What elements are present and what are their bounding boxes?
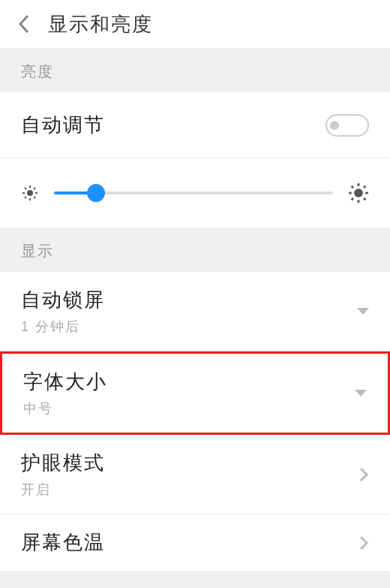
font-size-value: 中号 — [23, 400, 355, 418]
brightness-slider-row — [0, 158, 390, 228]
row-font-size[interactable]: 字体大小 中号 — [2, 354, 388, 433]
svg-line-16 — [352, 198, 353, 200]
row-auto-lock[interactable]: 自动锁屏 1 分钟后 — [0, 272, 390, 351]
section-label-brightness: 亮度 — [0, 48, 390, 92]
header: 显示和亮度 — [0, 0, 390, 48]
row-eye-mode[interactable]: 护眼模式 开启 — [0, 435, 390, 514]
highlight-box: 字体大小 中号 — [0, 351, 390, 435]
chevron-right-icon — [358, 466, 369, 483]
color-temp-title: 屏幕色温 — [21, 529, 358, 556]
auto-lock-value: 1 分钟后 — [21, 318, 357, 336]
row-color-temp[interactable]: 屏幕色温 — [0, 514, 390, 571]
chevron-left-icon — [17, 14, 31, 35]
auto-adjust-label: 自动调节 — [21, 112, 326, 138]
eye-mode-value: 开启 — [21, 481, 358, 499]
section-label-display: 显示 — [0, 228, 390, 272]
eye-mode-title: 护眼模式 — [21, 450, 358, 476]
svg-line-6 — [34, 197, 35, 198]
dropdown-icon — [355, 390, 367, 397]
dropdown-icon — [357, 308, 369, 315]
toggle-knob — [330, 121, 339, 130]
svg-line-7 — [25, 197, 26, 198]
row-auto-adjust[interactable]: 自动调节 — [0, 92, 390, 158]
svg-line-8 — [34, 188, 35, 189]
svg-line-14 — [352, 186, 353, 188]
brightness-slider[interactable] — [54, 185, 333, 201]
slider-thumb[interactable] — [87, 184, 105, 202]
svg-line-5 — [25, 188, 26, 189]
svg-line-15 — [364, 198, 365, 200]
page-title: 显示和亮度 — [48, 11, 153, 38]
chevron-right-icon — [358, 535, 369, 551]
svg-line-17 — [364, 186, 365, 188]
svg-point-9 — [354, 188, 363, 198]
font-size-title: 字体大小 — [23, 369, 355, 395]
auto-adjust-toggle[interactable] — [326, 114, 369, 137]
auto-lock-title: 自动锁屏 — [21, 287, 357, 313]
svg-point-0 — [27, 190, 33, 196]
brightness-low-icon — [21, 184, 39, 202]
brightness-high-icon — [348, 182, 369, 204]
back-button[interactable] — [6, 6, 42, 42]
